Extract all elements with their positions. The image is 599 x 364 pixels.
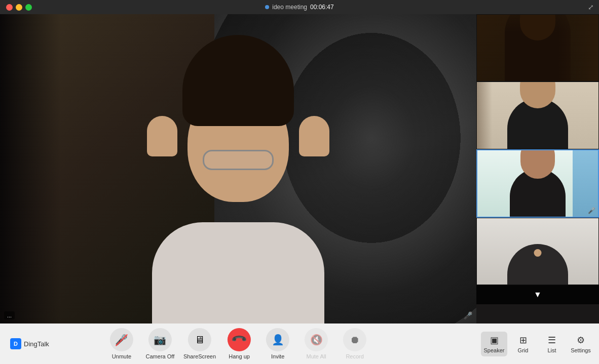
unmute-icon-wrap: 🎤 <box>110 328 133 351</box>
record-button[interactable]: ⏺ Record <box>340 328 370 359</box>
toolbar-center: 🎤 Unmute 📷 Camera Off 🖥 <box>106 328 370 359</box>
speaker-view-tab[interactable]: ▣ Speaker <box>481 332 507 356</box>
tile-1-bg-right <box>558 15 598 81</box>
main-container: ... 🎤 D DingTalk 🎤 <box>0 14 599 364</box>
mute-all-icon-wrap: 🔇 <box>305 328 328 351</box>
toolbar: D DingTalk 🎤 Unmute <box>0 323 476 364</box>
meeting-timer: 00:06:47 <box>310 4 334 11</box>
speaker-view-icon: ▣ <box>490 335 499 346</box>
camera-icon-wrap: 📷 <box>148 328 172 351</box>
mute-all-icon: 🔇 <box>310 334 323 346</box>
speaker-view-label: Speaker <box>484 347 505 353</box>
unmute-button[interactable]: 🎤 Unmute <box>106 328 137 359</box>
close-button[interactable] <box>6 4 13 11</box>
sharescreen-icon-wrap: 🖥 <box>188 328 211 351</box>
tile-4-background <box>477 218 598 285</box>
maximize-button[interactable] <box>25 4 32 11</box>
title-bar: ideo meeting 00:06:47 ⤢ <box>0 0 599 14</box>
status-dot <box>265 5 269 9</box>
invite-label: Invite <box>271 353 284 359</box>
room-left-wall <box>0 14 61 323</box>
dingtalk-icon: D <box>10 338 21 349</box>
camera-label: Camera Off <box>146 353 175 359</box>
unmute-label: Unmute <box>112 353 132 359</box>
phone-hangup-icon: 📞 <box>231 331 248 349</box>
expand-button[interactable]: ⤢ <box>588 3 594 11</box>
tile-2-bg-left <box>477 82 492 148</box>
invite-button[interactable]: 👤 Invite <box>263 328 293 359</box>
hangup-button[interactable]: 📞 Hang up <box>224 328 254 359</box>
person-right-hand <box>299 116 329 156</box>
camera-icon: 📷 <box>154 334 166 346</box>
tile-5-bg <box>476 304 599 323</box>
camera-off-button[interactable]: 📷 Camera Off <box>145 328 175 359</box>
person-shirt <box>152 222 324 323</box>
view-tabs: ▣ Speaker ⊞ Grid ☰ List ⚙ Settings <box>476 323 599 364</box>
microphone-icon: 🎤 <box>115 334 128 346</box>
mute-all-button[interactable]: 🔇 Mute All <box>301 328 331 359</box>
traffic-lights <box>6 4 32 11</box>
grid-view-label: Grid <box>518 347 529 353</box>
settings-gear-icon: ⚙ <box>577 335 585 346</box>
sharescreen-button[interactable]: 🖥 ShareScreen <box>183 328 216 359</box>
main-video: ... 🎤 <box>0 14 476 323</box>
list-view-label: List <box>547 347 556 353</box>
sharescreen-icon: 🖥 <box>195 334 205 346</box>
main-video-area: ... 🎤 D DingTalk 🎤 <box>0 14 476 364</box>
mute-all-label: Mute All <box>307 353 326 359</box>
minimize-button[interactable] <box>16 4 22 11</box>
person-glasses <box>203 150 274 170</box>
video-mic-indicator: 🎤 <box>464 311 472 319</box>
invite-icon: 👤 <box>272 334 284 346</box>
person-left-hand <box>147 116 177 156</box>
tile-1-background <box>477 15 598 81</box>
chevron-down-icon: ▼ <box>534 290 542 299</box>
list-view-icon: ☰ <box>548 335 556 346</box>
right-panel: 🎤 ▼ ▣ Speaker <box>476 14 599 364</box>
record-icon-wrap: ⏺ <box>343 328 366 351</box>
participant-tile-5-partial <box>476 304 599 323</box>
participant-tile-2[interactable] <box>476 82 599 149</box>
hangup-label: Hang up <box>229 353 250 359</box>
tile-2-background <box>477 82 598 148</box>
settings-label: Settings <box>571 347 591 353</box>
record-label: Record <box>346 353 363 359</box>
window-title: ideo meeting 00:06:47 <box>265 4 333 11</box>
grid-view-tab[interactable]: ⊞ Grid <box>510 332 536 356</box>
tile-4-head-partial <box>534 249 542 257</box>
scroll-down-button[interactable]: ▼ <box>476 285 599 304</box>
dingtalk-label: DingTalk <box>24 340 49 348</box>
participant-tile-1[interactable] <box>476 14 599 82</box>
invite-icon-wrap: 👤 <box>266 328 289 351</box>
record-icon: ⏺ <box>350 334 360 346</box>
hangup-icon-wrap: 📞 <box>228 328 251 351</box>
participant-tile-3[interactable]: 🎤 <box>476 149 599 218</box>
list-view-tab[interactable]: ☰ List <box>539 332 565 356</box>
participant-name-tag: ... <box>4 311 15 319</box>
participant-tile-4[interactable] <box>476 218 599 285</box>
title-label: ideo meeting <box>272 4 307 11</box>
settings-tab[interactable]: ⚙ Settings <box>568 332 594 356</box>
toolbar-left: D DingTalk <box>10 338 49 349</box>
dingtalk-logo: D DingTalk <box>10 338 49 349</box>
tile-3-background: 🎤 <box>477 150 598 217</box>
sharescreen-label: ShareScreen <box>183 353 216 359</box>
video-background <box>0 14 476 323</box>
tile-3-mic-icon: 🎤 <box>588 207 595 214</box>
grid-view-icon: ⊞ <box>519 335 527 346</box>
